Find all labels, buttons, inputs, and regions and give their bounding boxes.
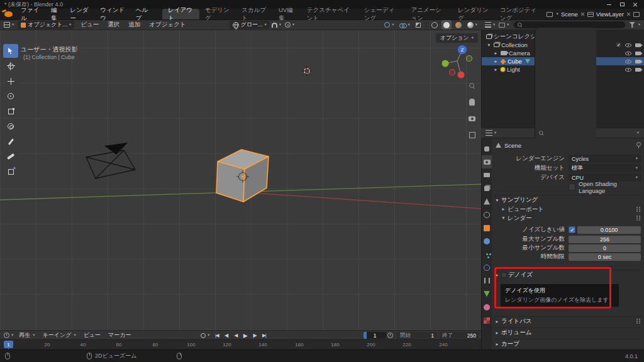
noise-threshold-checkbox[interactable] <box>569 226 575 233</box>
viewlayer-name[interactable]: ViewLayer <box>596 11 624 18</box>
pin-icon[interactable] <box>636 142 641 148</box>
noise-threshold-field[interactable]: 0.0100 <box>577 226 641 234</box>
minimize-button[interactable] <box>606 1 612 8</box>
tab-animation[interactable]: アニメーション <box>405 9 452 19</box>
tab-world[interactable] <box>482 208 492 221</box>
mode-dropdown[interactable]: オブジェクト... <box>18 21 74 29</box>
render-engine-dropdown[interactable]: Cycles <box>569 155 641 163</box>
chevron-down-icon[interactable] <box>637 131 639 135</box>
timeline-ruler[interactable]: 20 40 60 80 100 120 140 160 180 200 220 … <box>0 339 481 349</box>
menu-playback[interactable]: 再生 <box>15 331 38 339</box>
tab-compositing[interactable]: コンポジティング <box>494 9 547 19</box>
tab-object-data[interactable] <box>482 287 492 300</box>
xray-toggle-button[interactable] <box>414 20 423 30</box>
play-reverse-button[interactable] <box>231 332 240 339</box>
render-visibility-icon[interactable] <box>635 52 641 55</box>
select-box-tool[interactable] <box>3 44 18 58</box>
tab-constraints[interactable] <box>482 274 492 287</box>
ortho-toggle-button[interactable] <box>467 129 477 140</box>
render-visibility-icon[interactable] <box>635 43 641 47</box>
options-button[interactable]: オプション <box>436 33 478 43</box>
transform-tool[interactable] <box>3 119 18 133</box>
navigation-gizmo[interactable]: Z <box>437 38 477 85</box>
shading-material-button[interactable] <box>453 20 464 30</box>
hide-eye-icon[interactable] <box>625 68 631 72</box>
preview-range-button[interactable] <box>386 332 395 338</box>
camera-view-button[interactable] <box>467 113 477 124</box>
menu-render[interactable]: レンダー <box>66 9 96 19</box>
properties-editor-button[interactable] <box>484 128 498 138</box>
outliner-filter-button[interactable] <box>628 20 637 30</box>
light-paths-section-header[interactable]: ライトパス <box>494 316 641 326</box>
current-frame-field[interactable]: 1 <box>364 332 386 339</box>
denoise-section-header[interactable]: デノイズ <box>494 270 641 280</box>
tab-physics[interactable] <box>482 261 492 274</box>
show-gizmo-button[interactable] <box>382 20 396 30</box>
time-limit-field[interactable]: 0 sec <box>569 253 641 261</box>
sampling-section-header[interactable]: サンプリング <box>494 195 641 205</box>
volumes-section-header[interactable]: ボリューム <box>494 327 641 337</box>
move-tool[interactable] <box>3 74 18 88</box>
tab-object[interactable] <box>482 221 492 234</box>
properties-content[interactable]: Scene レンダーエンジン Cycles 機能セット 標準 デバイス CPU … <box>492 138 644 349</box>
show-overlays-button[interactable] <box>397 20 411 30</box>
shading-solid-button[interactable] <box>441 20 452 30</box>
unlink-scene-icon[interactable] <box>580 12 585 16</box>
expand-arrow-icon[interactable] <box>493 51 499 56</box>
viewport-subsection-header[interactable]: ビューポート <box>494 205 641 214</box>
jump-to-end-button[interactable] <box>260 332 268 339</box>
render-visibility-icon[interactable] <box>635 68 641 72</box>
menu-file[interactable]: ファイル <box>16 9 47 19</box>
shading-wireframe-button[interactable] <box>430 20 440 30</box>
frame-end-field[interactable]: 終了 250 <box>439 332 479 339</box>
tab-material[interactable] <box>482 300 492 314</box>
frame-start-field[interactable]: 開始 1 <box>397 332 437 339</box>
auto-keying-button[interactable] <box>199 331 211 340</box>
close-button[interactable] <box>632 1 638 8</box>
measure-tool[interactable] <box>3 150 18 163</box>
render-visibility-icon[interactable] <box>635 60 641 63</box>
menu-keying[interactable]: キーイング <box>39 331 80 339</box>
preset-menu-icon[interactable] <box>636 319 641 324</box>
feature-set-dropdown[interactable]: 標準 <box>569 164 641 172</box>
chevron-down-icon[interactable] <box>638 23 640 27</box>
next-keyframe-button[interactable] <box>250 332 258 339</box>
menu-edit[interactable]: 編集 <box>47 9 66 19</box>
pan-button[interactable] <box>467 97 477 107</box>
tab-modifiers[interactable] <box>482 234 492 248</box>
tab-rendering[interactable]: レンダリング <box>452 9 494 19</box>
menu-add[interactable]: 追加 <box>124 20 145 30</box>
tab-view-layer[interactable] <box>482 182 492 195</box>
tab-uv-editing[interactable]: UV編集 <box>273 9 301 19</box>
tab-texture[interactable] <box>482 314 492 327</box>
cursor-tool[interactable] <box>3 59 18 73</box>
menu-window[interactable]: ウィンドウ <box>96 9 131 19</box>
outliner-display-mode-button[interactable] <box>497 20 511 30</box>
maximize-button[interactable] <box>619 1 625 8</box>
outliner-editor-button[interactable] <box>483 20 497 30</box>
chevron-down-icon[interactable] <box>557 12 558 16</box>
jump-to-start-button[interactable] <box>213 332 221 339</box>
window-icon[interactable] <box>633 12 640 17</box>
hide-eye-icon[interactable] <box>625 43 631 47</box>
timeline-editor-button[interactable] <box>2 331 15 339</box>
tab-scene[interactable] <box>482 195 492 208</box>
tab-texture-paint[interactable]: テクスチャペイント <box>301 9 358 19</box>
osl-checkbox[interactable] <box>569 184 575 190</box>
breadcrumb-scene[interactable]: Scene <box>504 142 521 149</box>
prev-keyframe-button[interactable] <box>222 332 230 339</box>
menu-view[interactable]: ビュー <box>76 20 103 30</box>
exclude-checkbox[interactable] <box>616 42 621 48</box>
transform-orientation-dropdown[interactable]: グロー... <box>230 21 270 29</box>
menu-object[interactable]: オブジェクト <box>145 20 190 30</box>
denoise-checkbox[interactable] <box>501 272 507 278</box>
tab-modeling[interactable]: モデリング <box>199 9 236 19</box>
expand-arrow-icon[interactable] <box>493 67 499 72</box>
expand-arrow-icon[interactable] <box>486 43 492 48</box>
expand-arrow-icon[interactable] <box>493 59 499 64</box>
scale-tool[interactable] <box>3 104 18 118</box>
snap-toggle-button[interactable] <box>270 20 283 30</box>
proportional-edit-button[interactable] <box>283 20 296 30</box>
tab-particles[interactable] <box>482 248 492 261</box>
annotate-tool[interactable] <box>3 134 18 148</box>
